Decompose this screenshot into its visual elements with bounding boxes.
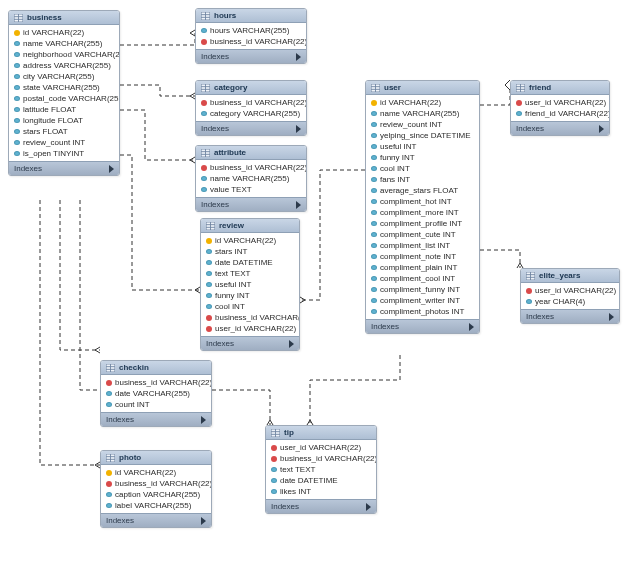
column-label: useful INT <box>215 280 251 289</box>
entity-footer[interactable]: Indexes <box>9 161 119 175</box>
column-row[interactable]: hours VARCHAR(255) <box>196 25 306 36</box>
column-row[interactable]: business_id VARCHAR(22) <box>266 453 376 464</box>
entity-footer[interactable]: Indexes <box>101 513 211 527</box>
column-row[interactable]: user_id VARCHAR(22) <box>266 442 376 453</box>
column-row[interactable]: average_stars FLOAT <box>366 185 479 196</box>
entity-friend[interactable]: frienduser_id VARCHAR(22)friend_id VARCH… <box>510 80 610 136</box>
column-icon <box>371 309 377 314</box>
column-row[interactable]: name VARCHAR(255) <box>196 173 306 184</box>
entity-header[interactable]: tip <box>266 426 376 440</box>
column-row[interactable]: compliment_note INT <box>366 251 479 262</box>
column-row[interactable]: id VARCHAR(22) <box>101 467 211 478</box>
column-row[interactable]: fans INT <box>366 174 479 185</box>
column-row[interactable]: id VARCHAR(22) <box>366 97 479 108</box>
column-row[interactable]: latitude FLOAT <box>9 104 119 115</box>
column-row[interactable]: id VARCHAR(22) <box>9 27 119 38</box>
column-row[interactable]: business_id VARCHAR(22) <box>196 162 306 173</box>
entity-header[interactable]: friend <box>511 81 609 95</box>
column-row[interactable]: count INT <box>101 399 211 410</box>
column-row[interactable]: name VARCHAR(255) <box>366 108 479 119</box>
column-row[interactable]: address VARCHAR(255) <box>9 60 119 71</box>
column-row[interactable]: id VARCHAR(22) <box>201 235 299 246</box>
column-row[interactable]: city VARCHAR(255) <box>9 71 119 82</box>
column-row[interactable]: useful INT <box>201 279 299 290</box>
column-row[interactable]: neighborhood VARCHAR(255) <box>9 49 119 60</box>
column-row[interactable]: cool INT <box>366 163 479 174</box>
column-row[interactable]: compliment_plain INT <box>366 262 479 273</box>
column-row[interactable]: date DATETIME <box>201 257 299 268</box>
entity-elite_years[interactable]: elite_yearsuser_id VARCHAR(22)year CHAR(… <box>520 268 620 324</box>
entity-footer[interactable]: Indexes <box>101 412 211 426</box>
column-row[interactable]: business_id VARCHAR(22) <box>196 97 306 108</box>
entity-footer[interactable]: Indexes <box>196 121 306 135</box>
entity-header[interactable]: user <box>366 81 479 95</box>
entity-header[interactable]: review <box>201 219 299 233</box>
entity-hours[interactable]: hourshours VARCHAR(255)business_id VARCH… <box>195 8 307 64</box>
column-row[interactable]: funny INT <box>366 152 479 163</box>
column-row[interactable]: business_id VARCHAR(22) <box>196 36 306 47</box>
column-row[interactable]: label VARCHAR(255) <box>101 500 211 511</box>
column-row[interactable]: year CHAR(4) <box>521 296 619 307</box>
column-row[interactable]: cool INT <box>201 301 299 312</box>
column-row[interactable]: text TEXT <box>266 464 376 475</box>
column-row[interactable]: category VARCHAR(255) <box>196 108 306 119</box>
entity-header[interactable]: attribute <box>196 146 306 160</box>
column-row[interactable]: review_count INT <box>9 137 119 148</box>
column-row[interactable]: friend_id VARCHAR(22) <box>511 108 609 119</box>
entity-footer[interactable]: Indexes <box>196 197 306 211</box>
entity-footer[interactable]: Indexes <box>196 49 306 63</box>
column-row[interactable]: stars INT <box>201 246 299 257</box>
entity-category[interactable]: categorybusiness_id VARCHAR(22)category … <box>195 80 307 136</box>
entity-photo[interactable]: photoid VARCHAR(22)business_id VARCHAR(2… <box>100 450 212 528</box>
column-row[interactable]: postal_code VARCHAR(255) <box>9 93 119 104</box>
entity-review[interactable]: reviewid VARCHAR(22)stars INTdate DATETI… <box>200 218 300 351</box>
expand-icon <box>201 517 206 525</box>
column-row[interactable]: compliment_funny INT <box>366 284 479 295</box>
column-row[interactable]: user_id VARCHAR(22) <box>521 285 619 296</box>
entity-attribute[interactable]: attributebusiness_id VARCHAR(22)name VAR… <box>195 145 307 212</box>
column-row[interactable]: stars FLOAT <box>9 126 119 137</box>
column-row[interactable]: useful INT <box>366 141 479 152</box>
entity-header[interactable]: business <box>9 11 119 25</box>
column-row[interactable]: caption VARCHAR(255) <box>101 489 211 500</box>
column-row[interactable]: funny INT <box>201 290 299 301</box>
entity-business[interactable]: businessid VARCHAR(22)name VARCHAR(255)n… <box>8 10 120 176</box>
entity-header[interactable]: hours <box>196 9 306 23</box>
column-row[interactable]: longitude FLOAT <box>9 115 119 126</box>
column-row[interactable]: user_id VARCHAR(22) <box>511 97 609 108</box>
column-row[interactable]: compliment_more INT <box>366 207 479 218</box>
entity-header[interactable]: elite_years <box>521 269 619 283</box>
entity-footer[interactable]: Indexes <box>201 336 299 350</box>
entity-header[interactable]: photo <box>101 451 211 465</box>
column-row[interactable]: compliment_profile INT <box>366 218 479 229</box>
column-row[interactable]: compliment_list INT <box>366 240 479 251</box>
column-row[interactable]: date VARCHAR(255) <box>101 388 211 399</box>
column-row[interactable]: text TEXT <box>201 268 299 279</box>
column-row[interactable]: business_id VARCHAR(22) <box>101 377 211 388</box>
column-row[interactable]: compliment_cute INT <box>366 229 479 240</box>
column-row[interactable]: state VARCHAR(255) <box>9 82 119 93</box>
column-row[interactable]: compliment_writer INT <box>366 295 479 306</box>
entity-footer[interactable]: Indexes <box>366 319 479 333</box>
column-row[interactable]: business_id VARCHAR(22) <box>201 312 299 323</box>
column-row[interactable]: user_id VARCHAR(22) <box>201 323 299 334</box>
entity-header[interactable]: category <box>196 81 306 95</box>
column-row[interactable]: business_id VARCHAR(22) <box>101 478 211 489</box>
entity-footer[interactable]: Indexes <box>266 499 376 513</box>
entity-checkin[interactable]: checkinbusiness_id VARCHAR(22)date VARCH… <box>100 360 212 427</box>
column-row[interactable]: yelping_since DATETIME <box>366 130 479 141</box>
entity-footer[interactable]: Indexes <box>521 309 619 323</box>
column-row[interactable]: compliment_cool INT <box>366 273 479 284</box>
entity-footer[interactable]: Indexes <box>511 121 609 135</box>
column-row[interactable]: likes INT <box>266 486 376 497</box>
column-row[interactable]: value TEXT <box>196 184 306 195</box>
column-row[interactable]: review_count INT <box>366 119 479 130</box>
column-row[interactable]: compliment_photos INT <box>366 306 479 317</box>
entity-user[interactable]: userid VARCHAR(22)name VARCHAR(255)revie… <box>365 80 480 334</box>
column-row[interactable]: is_open TINYINT <box>9 148 119 159</box>
entity-tip[interactable]: tipuser_id VARCHAR(22)business_id VARCHA… <box>265 425 377 514</box>
entity-header[interactable]: checkin <box>101 361 211 375</box>
column-row[interactable]: name VARCHAR(255) <box>9 38 119 49</box>
column-row[interactable]: compliment_hot INT <box>366 196 479 207</box>
column-row[interactable]: date DATETIME <box>266 475 376 486</box>
